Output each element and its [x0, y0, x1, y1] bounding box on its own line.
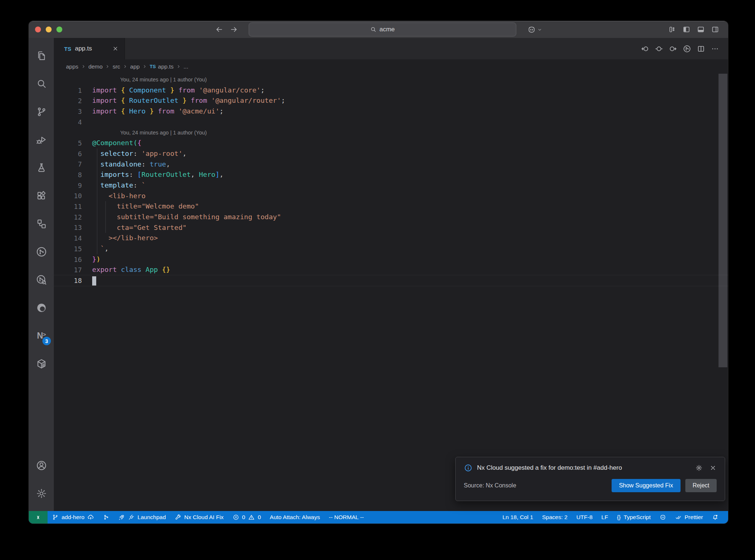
tab-app-ts[interactable]: TS app.ts [54, 38, 125, 59]
zoom-window-button[interactable] [56, 27, 62, 32]
close-tab-icon[interactable] [112, 45, 119, 52]
nx-badge: 3 [42, 337, 51, 345]
notification-toast: Nx Cloud suggested a fix for demo:test i… [455, 457, 725, 501]
code-line-18[interactable]: 18 [54, 275, 728, 286]
codelens-row: You, 24 minutes ago | 1 author (You) [54, 74, 728, 85]
code-line-17[interactable]: 17export class App {} [54, 265, 728, 275]
code-line-5[interactable]: 5@Component({ [54, 138, 728, 148]
breadcrumb-item-src[interactable]: src [112, 63, 120, 70]
status-item-notifications[interactable] [707, 511, 723, 524]
circle-dash-icon[interactable] [655, 45, 663, 53]
status-item-launchpad[interactable]: Launchpad [114, 511, 170, 524]
command-center-search[interactable]: acme [248, 22, 516, 36]
status-item-prettier[interactable]: Prettier [671, 511, 707, 524]
status-item-problems[interactable]: 00 [228, 511, 265, 524]
status-item-copilot[interactable] [655, 511, 671, 524]
code-line-13[interactable]: 13 cta="Get Started" [54, 223, 728, 233]
timeline-circle-icon[interactable] [683, 45, 691, 53]
copilot-menu[interactable] [527, 25, 542, 34]
nav-back-circle-icon[interactable] [641, 45, 649, 53]
nav-back-icon[interactable] [215, 25, 223, 34]
activity-item-files[interactable] [32, 45, 50, 66]
activity-item-account[interactable] [32, 455, 50, 476]
line-number: 5 [54, 139, 82, 147]
notification-close-icon[interactable] [709, 464, 717, 472]
show-suggested-fix-button[interactable]: Show Suggested Fix [612, 479, 681, 492]
breadcrumb-label: apps [66, 63, 79, 70]
activity-item-beaker[interactable] [32, 157, 50, 178]
close-window-button[interactable] [35, 27, 41, 32]
breadcrumb-item-appts[interactable]: TSapp.ts [150, 63, 174, 70]
status-item-label: add-hero [62, 514, 84, 521]
screen: acme N>3 TS app.ts [0, 0, 755, 560]
activity-item-extensions[interactable] [32, 185, 50, 206]
activity-item-container[interactable] [32, 353, 50, 374]
code-line-15[interactable]: 15 `, [54, 244, 728, 254]
status-item-auto-attach[interactable]: Auto Attach: Always [265, 511, 324, 524]
code-editor[interactable]: You, 24 minutes ago | 1 author (You)1imp… [54, 74, 728, 511]
code-line-14[interactable]: 14 ></lib-hero> [54, 233, 728, 244]
activity-item-gear[interactable] [32, 483, 50, 504]
code-line-2[interactable]: 2import { RouterOutlet } from '@angular/… [54, 95, 728, 106]
code-line-16[interactable]: 16}) [54, 254, 728, 265]
code-line-11[interactable]: 11 title="Welcmoe demo" [54, 201, 728, 212]
code-line-8[interactable]: 8 imports: [RouterOutlet, Hero], [54, 169, 728, 180]
status-item-cursor-position[interactable]: Ln 18, Col 1 [498, 511, 538, 524]
double-check-icon [675, 514, 682, 521]
code-line-12[interactable]: 12 subtitle="Build something amazing tod… [54, 212, 728, 223]
code-line-6[interactable]: 6 selector: 'app-root', [54, 148, 728, 159]
codelens-annotation[interactable]: You, 24 minutes ago | 1 author (You) [120, 77, 207, 83]
edge-icon [36, 302, 47, 314]
status-item-vim-mode[interactable]: -- NORMAL -- [324, 511, 368, 524]
layout-sidebar-right-icon[interactable] [711, 25, 719, 34]
activity-item-search[interactable] [32, 73, 50, 94]
customize-layout-icon[interactable] [668, 25, 676, 34]
status-item-branch[interactable]: add-hero [48, 511, 98, 524]
activity-item-hierarchy[interactable] [32, 213, 50, 234]
layout-panel-icon[interactable] [697, 25, 705, 34]
nav-forward-icon[interactable] [229, 25, 238, 34]
activity-item-edge[interactable] [32, 297, 50, 318]
layout-sidebar-left-icon[interactable] [682, 25, 690, 34]
extensions-icon [36, 190, 47, 202]
activity-item-commit-graph[interactable] [32, 241, 50, 262]
activity-bar: N>3 [29, 38, 54, 511]
run-debug-icon [36, 134, 47, 146]
code-line-10[interactable]: 10 <lib-hero [54, 191, 728, 202]
code-line-7[interactable]: 7 standalone: true, [54, 159, 728, 170]
status-item-label: UTF-8 [576, 514, 592, 521]
breadcrumb-item-[interactable]: ... [184, 63, 188, 70]
activity-item-run-debug[interactable] [32, 129, 50, 150]
layout-controls [668, 21, 719, 38]
split-editor-icon[interactable] [697, 45, 705, 53]
activity-item-source-control[interactable] [32, 101, 50, 122]
codelens-annotation[interactable]: You, 24 minutes ago | 1 author (You) [120, 130, 207, 136]
status-item-encoding[interactable]: UTF-8 [572, 511, 597, 524]
code-line-9[interactable]: 9 template: ` [54, 180, 728, 191]
code-line-3[interactable]: 3import { Hero } from '@acme/ui'; [54, 106, 728, 117]
line-number: 16 [54, 256, 82, 263]
status-item-language[interactable]: {}TypeScript [612, 511, 655, 524]
reject-button[interactable]: Reject [685, 479, 717, 492]
status-item-label: {} [617, 514, 620, 521]
code-line-1[interactable]: 1import { Component } from '@angular/cor… [54, 85, 728, 96]
status-item-nx-cloud-ai-fix[interactable]: Nx Cloud AI Fix [170, 511, 228, 524]
activity-item-commit-graph-search[interactable] [32, 269, 50, 290]
status-item-git-graph[interactable] [98, 511, 114, 524]
status-item-eol[interactable]: LF [597, 511, 612, 524]
circle-arrow-right-icon[interactable] [669, 45, 677, 53]
code-line-4[interactable]: 4 [54, 117, 728, 127]
minimize-window-button[interactable] [46, 27, 52, 32]
notification-settings-gear-icon[interactable] [695, 464, 703, 472]
breadcrumb-item-app[interactable]: app [130, 63, 140, 70]
ellipsis-icon[interactable] [711, 45, 719, 53]
line-number: 2 [54, 97, 82, 105]
remote-icon [35, 514, 42, 521]
remote-indicator[interactable] [29, 511, 48, 524]
activity-item-nx[interactable]: N>3 [32, 325, 50, 346]
breadcrumb-item-demo[interactable]: demo [88, 63, 103, 70]
breadcrumb-item-apps[interactable]: apps [66, 63, 79, 70]
status-item-label: -- NORMAL -- [329, 514, 364, 521]
editor-actions [641, 38, 728, 59]
status-item-indentation[interactable]: Spaces: 2 [537, 511, 572, 524]
